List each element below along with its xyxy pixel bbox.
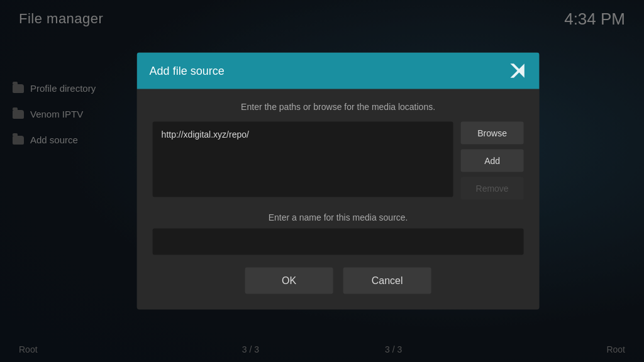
ok-button[interactable]: OK: [245, 268, 333, 294]
dialog-header: Add file source: [137, 53, 540, 89]
svg-marker-0: [510, 63, 524, 77]
source-name-input[interactable]: [153, 229, 524, 255]
source-input-row: Browse Add Remove: [153, 122, 524, 200]
dialog-actions: OK Cancel: [153, 268, 524, 294]
remove-button[interactable]: Remove: [461, 177, 524, 200]
paths-instruction: Enter the paths or browse for the media …: [153, 102, 524, 112]
dialog-body: Enter the paths or browse for the media …: [137, 89, 540, 310]
cancel-button[interactable]: Cancel: [343, 268, 431, 294]
add-button[interactable]: Add: [461, 150, 524, 172]
source-url-input[interactable]: [153, 122, 453, 197]
source-action-buttons: Browse Add Remove: [461, 122, 524, 200]
dialog-title: Add file source: [150, 64, 225, 77]
name-instruction: Enter a name for this media source.: [153, 212, 524, 222]
browse-button[interactable]: Browse: [461, 122, 524, 145]
add-file-source-dialog: Add file source Enter the paths or brows…: [137, 53, 540, 310]
kodi-logo-icon: [508, 62, 527, 80]
